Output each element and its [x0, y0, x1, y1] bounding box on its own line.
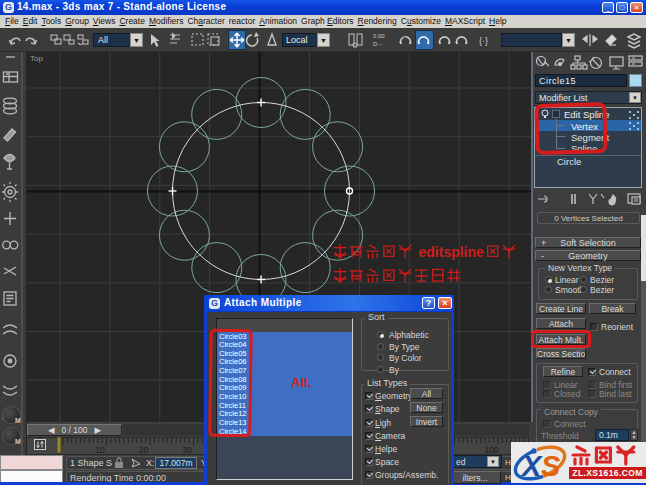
svg-text:X: X [520, 450, 543, 482]
svg-text:editspline: editspline [419, 244, 485, 260]
svg-text:10: 10 [95, 445, 105, 455]
svg-text:20: 20 [139, 445, 149, 455]
svg-text:D→: D→ [373, 41, 383, 47]
svg-text:100: 100 [484, 445, 498, 455]
svg-text:30: 30 [182, 445, 192, 455]
svg-text:{·}: {·} [479, 36, 488, 46]
svg-text:S: S [541, 450, 561, 482]
svg-text:0.00: 0.00 [373, 33, 385, 39]
